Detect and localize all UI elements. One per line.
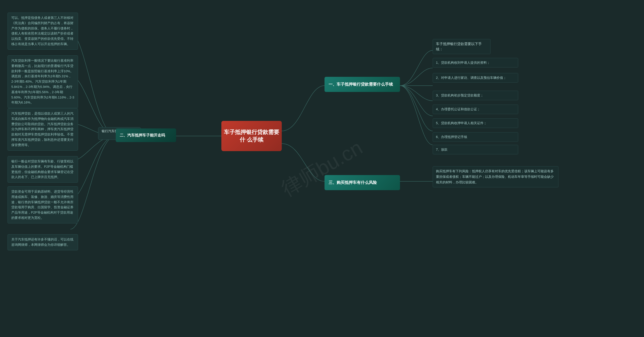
mind-map: 可以。抵押是指债务人或者第三人不转移对《民法典》合同编所列财产的占有，将该财产作… <box>0 0 644 337</box>
r1-step-7: 7、放款 <box>433 145 518 154</box>
left-content-6: 关于汽车抵押还有许多不懂的话，可以在线咨询网律师，本网律师会为你详细解答。 <box>8 234 78 250</box>
r1-step-3: 3、贷款机构初步预定贷款额度； <box>433 91 518 100</box>
r1-step-1: 1、贷款机构收到申请人提供的资料； <box>433 58 518 68</box>
left-content-5: 贷款资金可用于采购原材料、进货等经营性用途或购车、装修、旅游、婚庆等消费性用途，… <box>8 186 78 223</box>
left-content-3: 汽车抵押贷款，是指以借款人或第三人的汽车或自购车作为抵押物向金融机构或汽车消费贷… <box>8 108 78 151</box>
left-content-2: 汽车贷款利率一般情况下要比银行基准利率要稍微高一点，比如现行的普通银行汽车贷款利… <box>8 55 78 108</box>
right-branch-r3: 三、购买抵押车有什么风险 <box>325 175 400 190</box>
r1-step-5: 5、贷款机构收押申请人相关证件； <box>433 118 518 128</box>
left-content-1: 可以。抵押是指债务人或者第三人不转移对《民法典》合同编所列财产的占有，将该财产作… <box>8 13 78 50</box>
r1-step-4: 4、办理委托公证和借款公证； <box>433 105 518 114</box>
right-branch-r1: 一、车子抵押银行贷款需要什么手续 <box>325 77 400 92</box>
r1-description: 车子抵押银行贷款需要以下手续： <box>433 39 491 54</box>
branch-node-b2: 二、汽车抵押车子能开走吗 <box>116 128 176 142</box>
central-node: 车子抵押银行贷款需要什 么手续 <box>221 121 282 151</box>
left-content-4: 银行一般会对贷款车辆有车龄、行驶里程以及车辆估值上的要求。P2P等金融机构门槛更… <box>8 156 78 183</box>
r1-step-6: 6、办理抵押登记手续 <box>433 132 518 142</box>
r1-step-2: 2、对申请人进行家访、调查以及预估车辆价值； <box>433 73 518 83</box>
r3-description: 购买抵押车有下列风险：抵押权人仍享有对车的优先受偿权；该车辆上可能设有多重担保或… <box>433 166 558 187</box>
